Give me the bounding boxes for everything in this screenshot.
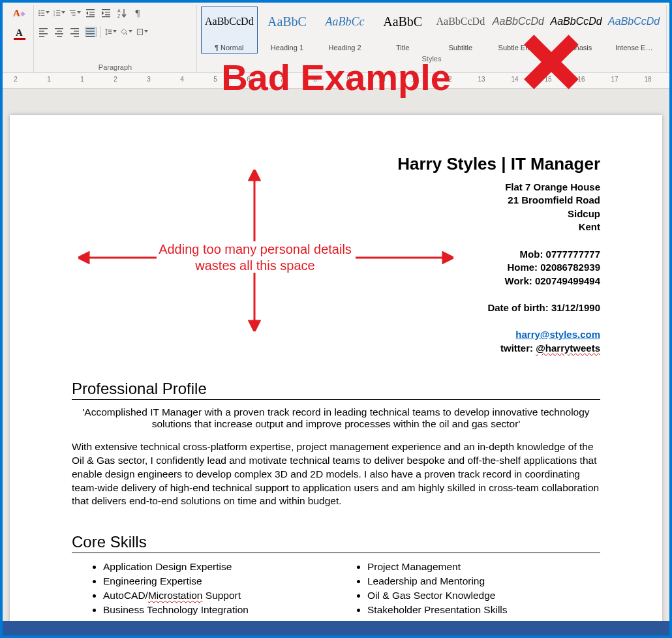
svg-rect-28 (39, 36, 44, 37)
svg-rect-19 (102, 9, 110, 10)
svg-rect-32 (57, 36, 62, 37)
style-subtitle[interactable]: AaBbCcDdSubtitle (433, 7, 489, 53)
svg-rect-15 (86, 9, 95, 10)
cv-email-link[interactable]: harry@styles.com (515, 329, 600, 340)
ruler-number: 13 (478, 76, 485, 83)
skills-columns: Application Design ExpertiseEngineering … (72, 560, 600, 617)
ruler-number: 14 (511, 76, 518, 83)
style-name-label: Title (376, 44, 429, 52)
svg-rect-39 (86, 33, 95, 35)
svg-rect-35 (70, 33, 79, 35)
style-heading-1[interactable]: AaBbCHeading 1 (259, 7, 316, 53)
cv-header: Harry Styles | IT Manager Flat 7 Orange … (72, 154, 600, 355)
ruler-number: 7 (280, 76, 284, 83)
svg-rect-29 (55, 28, 63, 29)
skill-item: Leadership and Mentoring (367, 574, 600, 588)
ruler-number: 18 (644, 76, 651, 83)
svg-rect-37 (86, 28, 95, 29)
style-preview: AaBbC (267, 10, 307, 33)
decrease-indent-icon[interactable] (85, 8, 97, 18)
style-title[interactable]: AaBbCTitle (374, 7, 431, 53)
svg-rect-17 (89, 14, 95, 15)
document-area[interactable]: Harry Styles | IT Manager Flat 7 Orange … (3, 89, 669, 635)
bullets-icon[interactable] (38, 8, 50, 18)
skill-item: Application Design Expertise (103, 560, 336, 574)
cv-twitter-handle: @harrytweets (536, 342, 600, 354)
style-name-label: ¶ Normal (203, 44, 256, 52)
ruler-number: 12 (444, 76, 451, 83)
section-skills-heading: Core Skills (72, 533, 600, 553)
skill-item: Stakeholder Presentation Skills (367, 603, 600, 617)
svg-rect-22 (102, 16, 110, 17)
svg-rect-9 (56, 12, 60, 13)
profile-quote: 'Accomplished IT Manager with a proven t… (72, 406, 600, 430)
ruler-number: 2 (14, 76, 18, 83)
numbering-icon[interactable]: 123 (53, 8, 65, 18)
skill-item: Project Management (367, 560, 600, 574)
style-name-label: Subtitle (435, 44, 487, 52)
clear-formatting-icon[interactable]: A◆ (14, 8, 25, 18)
cv-twitter-label: twitter: (500, 342, 536, 354)
style-preview: AaBbCc (326, 10, 365, 33)
style-name-label: Heading 2 (318, 44, 371, 52)
justify-icon[interactable] (85, 27, 97, 37)
sort-icon[interactable]: AZ (116, 8, 128, 18)
svg-rect-20 (105, 12, 110, 12)
svg-rect-41 (108, 30, 112, 31)
style-heading-2[interactable]: AaBbCcHeading 2 (316, 7, 373, 53)
paragraph-group-label: Paragraph (38, 62, 192, 71)
svg-rect-14 (72, 15, 76, 16)
increase-indent-icon[interactable] (100, 8, 112, 18)
ruler-number: 8 (313, 76, 317, 83)
line-spacing-icon[interactable] (105, 27, 117, 37)
font-color-group: A◆ A (5, 5, 34, 72)
style--normal[interactable]: AaBbCcDd¶ Normal (201, 7, 258, 53)
horizontal-ruler[interactable]: 21123456789101112131415161718 (3, 73, 669, 89)
cv-links: harry@styles.com twitter: @harrytweets (72, 327, 600, 355)
ruler-number: 2 (114, 76, 117, 83)
svg-point-0 (38, 10, 40, 12)
style-intense-e-[interactable]: AaBbCcDdIntense E… (605, 7, 662, 53)
style-subtle-em-[interactable]: AaBbCcDdSubtle Em… (490, 7, 547, 53)
style-preview: AaBbCcDd (550, 10, 602, 33)
ruler-number: 6 (247, 76, 251, 83)
style-name-label: Heading 1 (261, 44, 314, 52)
svg-rect-11 (56, 15, 60, 16)
svg-rect-36 (74, 36, 79, 37)
styles-group: AaBbCcDd¶ NormalAaBbCHeading 1AaBbCcHead… (197, 5, 667, 72)
multilevel-list-icon[interactable] (69, 8, 81, 18)
svg-rect-13 (71, 12, 76, 13)
svg-rect-18 (86, 16, 95, 17)
ribbon: A◆ A 123 AZ ¶ (3, 3, 669, 73)
align-right-icon[interactable] (69, 27, 81, 37)
shading-icon[interactable] (121, 27, 132, 37)
skill-item: Business Technology Integration (103, 603, 336, 617)
skill-item: Engineering Expertise (103, 574, 336, 588)
section-profile-heading: Professional Profile (72, 380, 600, 400)
styles-group-label: Styles (201, 53, 662, 63)
style-name-label: Intense E… (607, 44, 660, 52)
skill-item: Oil & Gas Sector Knowledge (367, 588, 600, 603)
align-left-icon[interactable] (38, 27, 50, 37)
svg-text:Z: Z (117, 14, 121, 18)
page: Harry Styles | IT Manager Flat 7 Orange … (10, 115, 662, 635)
status-bar (3, 621, 669, 635)
svg-rect-5 (40, 15, 44, 16)
svg-rect-38 (86, 31, 95, 32)
ruler-number: 15 (544, 76, 551, 83)
font-color-icon[interactable]: A (14, 27, 25, 38)
svg-text:A: A (117, 8, 121, 13)
cv-phones: Mob: 0777777777Home: 02086782939Work: 02… (72, 248, 600, 288)
style-emphasis[interactable]: AaBbCcDdEmphasis (548, 7, 605, 53)
align-center-icon[interactable] (53, 27, 65, 37)
svg-rect-16 (89, 12, 95, 12)
style-name-label: Emphasis (550, 44, 603, 52)
svg-text:3: 3 (53, 14, 55, 17)
ruler-number: 10 (378, 76, 385, 83)
svg-rect-42 (108, 31, 112, 32)
show-hide-marks-icon[interactable]: ¶ (132, 8, 144, 18)
paragraph-group: 123 AZ ¶ Paragraph (34, 5, 197, 72)
style-preview: AaBbCcDd (493, 10, 544, 33)
ruler-number: 16 (577, 76, 585, 83)
borders-icon[interactable] (136, 27, 148, 37)
